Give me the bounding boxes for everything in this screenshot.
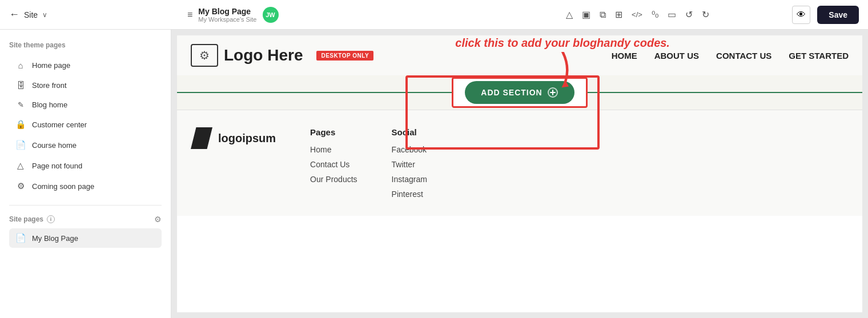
theme-pages-section-title: Site theme pages bbox=[9, 41, 162, 49]
preview-logo: ⚙ Logo Here bbox=[191, 44, 303, 67]
toolbar-left: ← Site ∨ bbox=[9, 9, 180, 21]
store-icon: 🗄 bbox=[15, 80, 26, 90]
toolbar-page-info: ≡ My Blog Page My Workspace's Site JW bbox=[187, 7, 483, 23]
link-icon[interactable]: ⁰₀ bbox=[652, 9, 658, 20]
footer-logo: logoipsum bbox=[191, 127, 276, 149]
logo-text: Logo Here bbox=[224, 46, 303, 65]
footer-social-col: Social Facebook Twitter Instagram Pinter… bbox=[392, 127, 427, 204]
copy-icon[interactable]: ⊞ bbox=[615, 9, 622, 20]
sidebar-item-home-page[interactable]: ⌂ Home page bbox=[9, 56, 162, 75]
footer-link-instagram[interactable]: Instagram bbox=[392, 175, 427, 184]
layout-icon[interactable]: ▣ bbox=[582, 9, 590, 20]
sidebar-item-blog-home[interactable]: ✎ Blog home bbox=[9, 96, 162, 114]
sidebar-item-label: Course home bbox=[32, 141, 77, 150]
preview-footer: logoipsum Pages Home Contact Us Our Prod… bbox=[177, 110, 862, 216]
footer-link-products[interactable]: Our Products bbox=[310, 175, 357, 184]
sidebar-item-label: Store front bbox=[32, 81, 67, 90]
home-icon: ⌂ bbox=[15, 61, 26, 70]
page-icon: 📄 bbox=[15, 233, 26, 243]
sidebar-item-my-blog-page[interactable]: 📄 My Blog Page bbox=[9, 228, 162, 248]
warning-icon: △ bbox=[15, 160, 26, 171]
site-pages-header: Site pages i ⚙ bbox=[9, 215, 162, 224]
sidebar-item-label: Blog home bbox=[32, 100, 67, 109]
nav-about-us[interactable]: ABOUT US bbox=[654, 51, 699, 61]
monitor-icon[interactable]: ▭ bbox=[668, 9, 676, 20]
nav-links: HOME ABOUT US CONTACT US GET STARTED bbox=[612, 51, 849, 61]
footer-pages-title: Pages bbox=[310, 127, 357, 137]
footer-link-contact[interactable]: Contact Us bbox=[310, 160, 357, 169]
sidebar: Site theme pages ⌂ Home page 🗄 Store fro… bbox=[0, 30, 171, 318]
undo-icon[interactable]: ↺ bbox=[685, 9, 693, 20]
logo-gear-icon: ⚙ bbox=[199, 49, 210, 62]
sidebar-item-store-front[interactable]: 🗄 Store front bbox=[9, 76, 162, 95]
footer-link-twitter[interactable]: Twitter bbox=[392, 160, 427, 169]
nav-get-started[interactable]: GET STARTED bbox=[789, 51, 849, 61]
footer-logo-text: logoipsum bbox=[218, 132, 276, 145]
sidebar-item-course-home[interactable]: 📄 Course home bbox=[9, 135, 162, 155]
add-section-highlight: ADD SECTION bbox=[452, 77, 587, 108]
save-button[interactable]: Save bbox=[817, 6, 859, 24]
footer-pages-col: Pages Home Contact Us Our Products bbox=[310, 127, 357, 190]
sidebar-item-label: Home page bbox=[32, 61, 70, 70]
page-info: My Blog Page My Workspace's Site bbox=[198, 7, 256, 23]
preview-nav: ⚙ Logo Here DESKTOP ONLY HOME ABOUT US C… bbox=[177, 35, 862, 75]
footer-link-home[interactable]: Home bbox=[310, 145, 357, 154]
code-icon[interactable]: </> bbox=[632, 10, 642, 19]
sidebar-item-page-not-found[interactable]: △ Page not found bbox=[9, 156, 162, 175]
sidebar-item-coming-soon[interactable]: ⚙ Coming soon page bbox=[9, 176, 162, 196]
course-icon: 📄 bbox=[15, 140, 26, 150]
lock-icon: 🔒 bbox=[15, 119, 26, 130]
site-pages-title: Site pages i bbox=[9, 215, 55, 223]
page-title: My Blog Page bbox=[198, 7, 256, 16]
sidebar-item-label: Coming soon page bbox=[32, 182, 94, 191]
sidebar-item-customer-center[interactable]: 🔒 Customer center bbox=[9, 115, 162, 134]
avatar: JW bbox=[263, 7, 279, 23]
add-section-button[interactable]: ADD SECTION bbox=[465, 81, 574, 104]
gear-icon[interactable]: ⚙ bbox=[154, 215, 162, 224]
nav-home[interactable]: HOME bbox=[612, 51, 637, 61]
redo-icon[interactable]: ↻ bbox=[702, 9, 709, 20]
hamburger-icon[interactable]: ≡ bbox=[187, 10, 192, 20]
desktop-only-badge: DESKTOP ONLY bbox=[316, 51, 373, 61]
alert-triangle-icon[interactable]: △ bbox=[566, 9, 573, 20]
add-section-icon bbox=[547, 87, 558, 98]
toolbar: ← Site ∨ ≡ My Blog Page My Workspace's S… bbox=[0, 0, 868, 30]
footer-social-title: Social bbox=[392, 127, 427, 137]
canvas: click this to add your bloghandy codes. … bbox=[171, 30, 868, 318]
add-section-label: ADD SECTION bbox=[481, 88, 542, 97]
current-page-label: My Blog Page bbox=[32, 234, 78, 243]
sidebar-divider bbox=[9, 205, 162, 206]
logo-icon-box: ⚙ bbox=[191, 44, 218, 67]
main-area: Site theme pages ⌂ Home page 🗄 Store fro… bbox=[0, 30, 868, 318]
toolbar-tools: △ ▣ ⧉ ⊞ </> ⁰₀ ▭ ↺ ↻ bbox=[490, 9, 786, 20]
sidebar-item-label: Customer center bbox=[32, 120, 87, 129]
section-divider-area: ADD SECTION bbox=[177, 75, 862, 110]
info-icon[interactable]: i bbox=[47, 215, 55, 223]
footer-logo-icon bbox=[191, 127, 212, 149]
site-label[interactable]: Site bbox=[24, 10, 38, 19]
layers-icon[interactable]: ⧉ bbox=[600, 10, 606, 20]
footer-link-pinterest[interactable]: Pinterest bbox=[392, 190, 427, 199]
page-subtitle: My Workspace's Site bbox=[198, 16, 256, 23]
settings-icon: ⚙ bbox=[15, 181, 26, 191]
toolbar-right: 👁 Save bbox=[792, 6, 859, 24]
back-button[interactable]: ← bbox=[9, 9, 19, 21]
nav-contact-us[interactable]: CONTACT US bbox=[716, 51, 771, 61]
sidebar-item-label: Page not found bbox=[32, 162, 82, 170]
blog-icon: ✎ bbox=[15, 100, 26, 109]
page-preview: ⚙ Logo Here DESKTOP ONLY HOME ABOUT US C… bbox=[177, 35, 862, 312]
preview-button[interactable]: 👁 bbox=[792, 6, 810, 24]
footer-link-facebook[interactable]: Facebook bbox=[392, 145, 427, 154]
site-chevron-icon[interactable]: ∨ bbox=[42, 11, 47, 19]
